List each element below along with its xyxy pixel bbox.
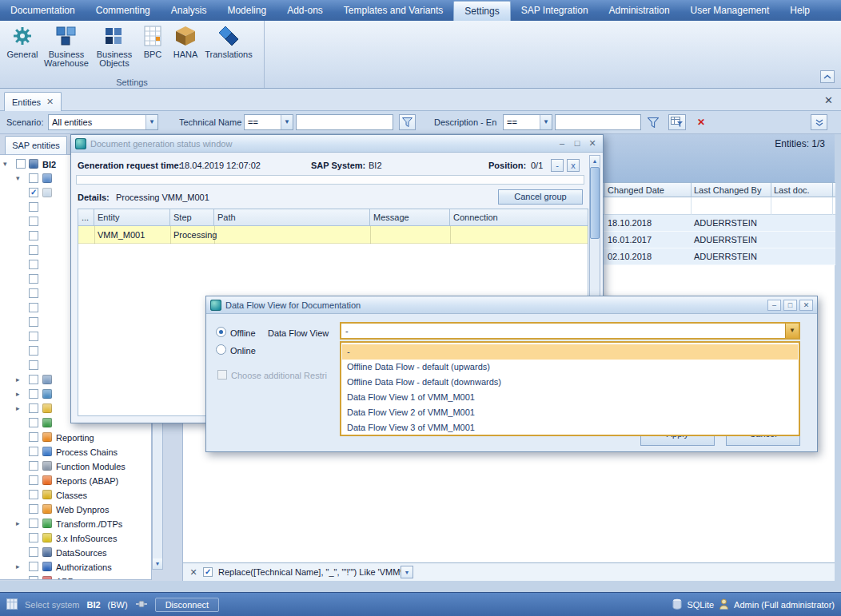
menu-item-modeling[interactable]: Modeling bbox=[217, 0, 277, 21]
tabbar-close-icon[interactable]: ✕ bbox=[824, 94, 833, 106]
menu-item-user-management[interactable]: User Management bbox=[680, 0, 780, 21]
filter-grid-button[interactable] bbox=[668, 114, 686, 130]
ribbon-collapse-button[interactable] bbox=[820, 70, 835, 83]
tree-row-datasources[interactable]: DataSources bbox=[0, 546, 151, 560]
db-label[interactable]: SQLite bbox=[687, 600, 714, 610]
dialog-titlebar[interactable]: Data Flow View for Documentation – □ ✕ bbox=[206, 296, 817, 314]
chevron-down-icon[interactable]: ▼ bbox=[540, 115, 552, 129]
scenario-combobox[interactable]: All entities ▼ bbox=[48, 114, 158, 130]
chevron-down-icon[interactable]: ▼ bbox=[785, 324, 799, 338]
tree-checkbox-checked[interactable] bbox=[29, 188, 38, 197]
close-icon[interactable]: ✕ bbox=[586, 139, 599, 148]
tree-row-function-modules[interactable]: Function Modules bbox=[0, 459, 151, 474]
tree-row-reporting[interactable]: Reporting bbox=[0, 431, 151, 445]
chevron-down-icon[interactable]: ▼ bbox=[281, 115, 293, 129]
tree-checkbox[interactable] bbox=[29, 562, 38, 571]
description-operator-combobox[interactable]: == ▼ bbox=[503, 114, 552, 130]
table-row[interactable]: VMM_M001 Processing bbox=[78, 226, 588, 244]
tree-checkbox[interactable] bbox=[29, 288, 38, 298]
menu-item-administration[interactable]: Administration bbox=[599, 0, 680, 21]
clear-filter-icon[interactable]: ✕ bbox=[694, 114, 708, 130]
select-system-button[interactable]: Select system bbox=[25, 600, 79, 610]
dropdown-option[interactable]: Data Flow View 1 of VMM_M001 bbox=[342, 390, 798, 405]
tree-row-reports-abap[interactable]: Reports (ABAP) bbox=[0, 474, 151, 488]
dropdown-option[interactable]: Data Flow View 2 of VMM_M001 bbox=[342, 405, 798, 420]
ribbon-item-hana[interactable]: HANA bbox=[168, 23, 203, 61]
tree-checkbox[interactable] bbox=[29, 173, 38, 183]
menu-item-documentation[interactable]: Documentation bbox=[0, 0, 86, 21]
column-header-connection[interactable]: Connection bbox=[450, 209, 588, 226]
tree-checkbox[interactable] bbox=[29, 360, 38, 370]
tree-checkbox[interactable] bbox=[29, 403, 38, 413]
tree-row-apds[interactable]: ▸ APDs bbox=[0, 574, 151, 580]
ribbon-item-business-warehouse[interactable]: Business Warehouse bbox=[42, 23, 91, 70]
expand-arrow-icon[interactable]: ▸ bbox=[16, 404, 20, 412]
filter-apply-button[interactable] bbox=[399, 114, 416, 130]
filterbar-collapse-button[interactable] bbox=[811, 114, 827, 130]
dropdown-option[interactable]: - bbox=[342, 344, 798, 360]
tree-row-web-dynpros[interactable]: Web Dynpros bbox=[0, 503, 151, 517]
expand-arrow-icon[interactable]: ▸ bbox=[16, 577, 20, 580]
menu-item-templates-and-variants[interactable]: Templates and Variants bbox=[333, 0, 454, 21]
ribbon-item-business-objects[interactable]: Business Objects bbox=[91, 23, 138, 70]
tree-checkbox[interactable] bbox=[29, 432, 38, 442]
menu-item-analysis[interactable]: Analysis bbox=[161, 0, 217, 21]
column-header-last-doc[interactable]: Last doc. bbox=[774, 185, 810, 195]
remove-filter-icon[interactable]: ✕ bbox=[188, 566, 199, 578]
menu-item-commenting[interactable]: Commenting bbox=[86, 0, 161, 21]
column-header-dots[interactable]: ... bbox=[78, 209, 94, 226]
tree-row-process-chains[interactable]: Process Chains bbox=[0, 445, 151, 459]
group-close-button[interactable]: x bbox=[567, 159, 580, 172]
expand-arrow-icon[interactable]: ▸ bbox=[16, 390, 20, 398]
tree-checkbox[interactable] bbox=[29, 303, 38, 312]
cancel-group-button[interactable]: Cancel group bbox=[498, 189, 583, 205]
tree-checkbox[interactable] bbox=[29, 346, 38, 356]
expand-arrow-icon[interactable]: ▸ bbox=[16, 376, 20, 384]
tree-checkbox[interactable] bbox=[29, 332, 38, 341]
chevron-down-icon[interactable]: ▼ bbox=[145, 115, 157, 129]
column-header-message[interactable]: Message bbox=[370, 209, 450, 226]
filter-expression-text[interactable]: Replace([Technical Name], "_", "'!'") Li… bbox=[218, 567, 409, 577]
maximize-icon[interactable]: □ bbox=[571, 139, 584, 148]
tree-checkbox[interactable] bbox=[29, 504, 38, 514]
ribbon-item-translations[interactable]: Translations bbox=[203, 23, 254, 61]
description-input[interactable] bbox=[555, 114, 641, 130]
tree-checkbox[interactable] bbox=[29, 447, 38, 456]
menu-item-add-ons[interactable]: Add-ons bbox=[277, 0, 333, 21]
column-header-step[interactable]: Step bbox=[170, 209, 214, 226]
dropdown-option[interactable]: Data Flow View 3 of VMM_M001 bbox=[342, 420, 798, 435]
dropdown-option[interactable]: Offline Data Flow - default (downwards) bbox=[342, 375, 798, 390]
tree-checkbox[interactable] bbox=[29, 217, 38, 226]
column-header-changed-date[interactable]: Changed Date bbox=[608, 185, 664, 195]
tree-checkbox[interactable] bbox=[29, 475, 38, 485]
tree-checkbox[interactable] bbox=[29, 231, 38, 240]
tree-checkbox[interactable] bbox=[29, 461, 38, 471]
tree-row-classes[interactable]: Classes bbox=[0, 488, 151, 503]
expand-arrow-icon[interactable]: ▸ bbox=[16, 519, 20, 527]
additional-restrictions-checkbox[interactable] bbox=[217, 370, 227, 380]
dialog-titlebar[interactable]: Document generation status window – □ ✕ bbox=[71, 135, 603, 153]
technical-name-operator-combobox[interactable]: == ▼ bbox=[244, 114, 293, 130]
dropdown-option[interactable]: Offline Data Flow - default (upwards) bbox=[342, 360, 798, 375]
tree-checkbox[interactable] bbox=[29, 274, 38, 284]
user-label[interactable]: Admin (Full administrator) bbox=[734, 600, 835, 610]
minimize-icon[interactable]: – bbox=[767, 300, 781, 311]
tab-entities[interactable]: Entities ✕ bbox=[4, 92, 62, 111]
menu-item-sap-integration[interactable]: SAP Integration bbox=[511, 0, 599, 21]
tree-row-authorizations[interactable]: ▸ Authorizations bbox=[0, 560, 151, 574]
data-flow-view-combobox[interactable]: - ▼ bbox=[340, 322, 800, 340]
scroll-up-icon[interactable]: ▲ bbox=[590, 156, 600, 166]
maximize-icon[interactable]: □ bbox=[783, 300, 797, 311]
filter-enabled-checkbox[interactable] bbox=[203, 567, 213, 577]
menu-item-help[interactable]: Help bbox=[779, 0, 820, 21]
tree-row-infosources[interactable]: 3.x InfoSources bbox=[0, 531, 151, 546]
disconnect-button[interactable]: Disconnect bbox=[155, 598, 219, 612]
tree-checkbox[interactable] bbox=[16, 159, 26, 169]
column-header-entity[interactable]: Entity bbox=[94, 209, 170, 226]
tree-checkbox[interactable] bbox=[29, 389, 38, 399]
tree-checkbox[interactable] bbox=[29, 533, 38, 542]
tree-checkbox[interactable] bbox=[29, 576, 38, 580]
group-minimize-button[interactable]: - bbox=[551, 159, 564, 172]
collapse-arrow-icon[interactable]: ▾ bbox=[16, 174, 20, 182]
tab-close-icon[interactable]: ✕ bbox=[46, 97, 54, 106]
